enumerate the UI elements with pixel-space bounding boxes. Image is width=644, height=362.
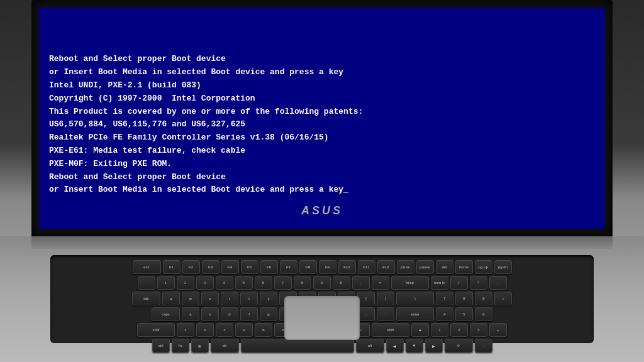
key-z[interactable]: z: [177, 323, 194, 337]
key-f4[interactable]: F4: [221, 260, 239, 274]
key-t[interactable]: t: [240, 292, 258, 305]
key-minus[interactable]: -: [352, 276, 370, 290]
key-x[interactable]: x: [196, 323, 214, 337]
key-pgdn[interactable]: pg dn: [494, 260, 512, 274]
key-num7[interactable]: 7: [436, 292, 453, 305]
key-backtick[interactable]: `: [138, 276, 155, 290]
key-f[interactable]: f: [240, 307, 258, 321]
key-3[interactable]: 3: [196, 276, 214, 290]
key-pgup[interactable]: pg up: [475, 260, 492, 274]
key-backspace[interactable]: bksp: [391, 276, 429, 290]
key-home[interactable]: home: [455, 260, 473, 274]
key-num5[interactable]: 5: [455, 307, 473, 321]
key-2[interactable]: 2: [177, 276, 194, 290]
key-f10[interactable]: F10: [338, 260, 356, 274]
bios-line: PXE-M0F: Exiting PXE ROM.: [49, 158, 595, 171]
key-backslash[interactable]: \: [396, 292, 434, 305]
key-f5[interactable]: F5: [241, 260, 258, 274]
key-6[interactable]: 6: [255, 276, 272, 290]
bios-line: PXE-E61: Media test failure, check cable: [49, 145, 595, 158]
key-semicolon[interactable]: ;: [357, 307, 375, 321]
key-caps[interactable]: caps: [152, 307, 180, 321]
key-7[interactable]: 7: [274, 276, 292, 290]
key-d[interactable]: d: [221, 307, 238, 321]
key-enter[interactable]: enter: [396, 307, 434, 321]
key-s[interactable]: s: [201, 307, 219, 321]
key-b[interactable]: b: [255, 323, 272, 337]
key-a[interactable]: a: [182, 307, 199, 321]
key-fn[interactable]: fn: [172, 339, 189, 353]
laptop-body: Reboot and Select proper Boot deviceor I…: [0, 0, 644, 362]
key-numdot[interactable]: .: [475, 339, 492, 353]
key-up-arrow[interactable]: ▲: [411, 323, 429, 337]
key-tab[interactable]: tab: [132, 292, 160, 305]
key-1[interactable]: 1: [157, 276, 175, 290]
key-rshift[interactable]: shift: [372, 323, 409, 337]
key-lctrl[interactable]: ctrl: [152, 339, 170, 353]
key-8[interactable]: 8: [294, 276, 311, 290]
key-rbracket[interactable]: ]: [377, 292, 394, 305]
key-c[interactable]: c: [216, 323, 233, 337]
key-numplus[interactable]: +: [494, 292, 512, 305]
key-4[interactable]: 4: [216, 276, 233, 290]
key-lshift[interactable]: shift: [137, 323, 175, 337]
key-row-bottom: ctrl fn ⊞ alt alt ◀ ▼ ▶ 0 .: [55, 339, 589, 353]
key-space[interactable]: [241, 339, 354, 353]
key-num2[interactable]: 2: [450, 323, 468, 337]
asus-logo-text: ASUS: [301, 204, 343, 217]
key-numenter[interactable]: ↵: [489, 323, 507, 337]
bios-line: This Product is covered by one or more o…: [49, 106, 595, 119]
key-f11[interactable]: F11: [358, 260, 375, 274]
key-y[interactable]: y: [260, 292, 277, 305]
key-f3[interactable]: F3: [202, 260, 219, 274]
key-r[interactable]: r: [221, 292, 238, 305]
key-9[interactable]: 9: [313, 276, 331, 290]
key-lalt[interactable]: alt: [211, 339, 239, 353]
key-left-arrow[interactable]: ◀: [386, 339, 404, 353]
key-0[interactable]: 0: [333, 276, 350, 290]
key-f8[interactable]: F8: [299, 260, 317, 274]
key-num9[interactable]: 9: [475, 292, 492, 305]
bios-output: Reboot and Select proper Boot deviceor I…: [49, 14, 595, 197]
key-q[interactable]: q: [162, 292, 180, 305]
key-num1[interactable]: 1: [431, 323, 448, 337]
key-quote[interactable]: ': [377, 307, 394, 321]
key-num6[interactable]: 6: [475, 307, 492, 321]
bios-line: Reboot and Select proper Boot device: [49, 171, 595, 184]
key-f9[interactable]: F9: [319, 260, 336, 274]
key-f1[interactable]: F1: [163, 260, 180, 274]
key-5[interactable]: 5: [235, 276, 253, 290]
key-numminus[interactable]: -: [489, 276, 507, 290]
key-g[interactable]: g: [260, 307, 277, 321]
key-del[interactable]: del: [436, 260, 453, 274]
key-lbracket[interactable]: [: [357, 292, 375, 305]
key-prtsc[interactable]: prt sc: [397, 260, 414, 274]
key-f2[interactable]: F2: [182, 260, 200, 274]
key-f12[interactable]: F12: [377, 260, 395, 274]
key-ralt[interactable]: alt: [356, 339, 384, 353]
bios-line: Realtek PCIe FE Family Controller Series…: [49, 131, 595, 145]
key-esc[interactable]: esc: [133, 260, 161, 274]
key-num3[interactable]: 3: [470, 323, 487, 337]
key-num8[interactable]: 8: [455, 292, 473, 305]
key-num0[interactable]: 0: [445, 339, 473, 353]
key-pause[interactable]: pause: [416, 260, 434, 274]
key-row-numbers: ` 1 2 3 4 5 6 7 8 9 0 - = bksp num lk / …: [55, 276, 589, 290]
laptop-base: esc F1 F2 F3 F4 F5 F6 F7 F8 F9 F10 F11 F…: [0, 236, 644, 362]
key-v[interactable]: v: [235, 323, 253, 337]
screen-display: Reboot and Select proper Boot deviceor I…: [39, 8, 605, 229]
key-numlock[interactable]: num lk: [431, 276, 448, 290]
touchpad[interactable]: [284, 296, 360, 340]
key-right-arrow[interactable]: ▶: [425, 339, 443, 353]
bios-line: or Insert Boot Media in selected Boot de…: [49, 184, 595, 197]
key-numstar[interactable]: *: [470, 276, 487, 290]
key-num4[interactable]: 4: [436, 307, 453, 321]
key-down-arrow[interactable]: ▼: [406, 339, 423, 353]
key-numslash[interactable]: /: [450, 276, 468, 290]
key-w[interactable]: w: [182, 292, 199, 305]
key-e[interactable]: e: [201, 292, 219, 305]
key-win[interactable]: ⊞: [191, 339, 209, 353]
key-f7[interactable]: F7: [280, 260, 297, 274]
key-equals[interactable]: =: [372, 276, 389, 290]
key-f6[interactable]: F6: [260, 260, 278, 274]
